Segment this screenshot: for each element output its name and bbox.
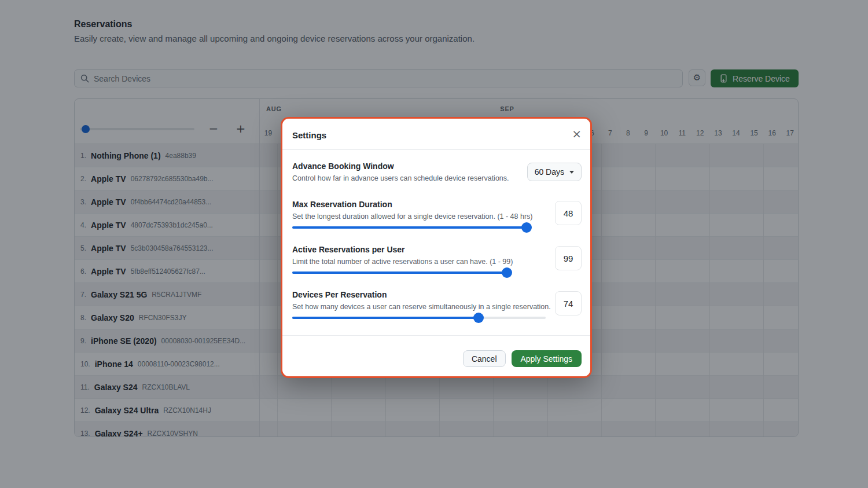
slider-thumb[interactable] [502,267,512,278]
settings-section: Active Reservations per User Limit the t… [292,245,582,277]
setting-description: Limit the total number of active reserva… [292,258,582,266]
slider-track[interactable] [292,271,507,274]
modal-body: Advance Booking Window Control how far i… [282,150,590,322]
setting-label: Max Reservation Duration [292,200,582,209]
setting-description: Set the longest duration allowed for a s… [292,212,582,221]
setting-value-input[interactable]: 99 [555,246,582,270]
dropdown-value: 60 Days [535,167,564,177]
settings-section: Devices Per Reservation Set how many dev… [292,290,582,322]
close-icon[interactable]: × [572,127,582,141]
slider-track[interactable] [292,226,527,229]
settings-modal: Settings × Advance Booking Window Contro… [281,117,592,378]
setting-description: Set how many devices a user can reserve … [292,303,582,311]
settings-section: Advance Booking Window Control how far i… [292,162,582,182]
setting-value-input[interactable]: 74 [555,291,582,315]
setting-slider[interactable] [292,313,582,322]
modal-title: Settings [292,130,580,140]
slider-thumb[interactable] [473,313,484,323]
slider-thumb[interactable] [521,222,532,233]
apply-settings-button[interactable]: Apply Settings [512,350,582,367]
advance-booking-dropdown[interactable]: 60 Days [527,163,582,181]
setting-value-input[interactable]: 48 [555,201,582,225]
slider-fill [292,226,527,229]
setting-slider[interactable] [292,268,582,277]
slider-track[interactable] [292,317,546,319]
modal-footer: Cancel Apply Settings [282,336,590,376]
setting-label: Active Reservations per User [292,245,582,254]
setting-label: Devices Per Reservation [292,290,582,299]
slider-fill [292,317,479,319]
chevron-down-icon [569,171,574,174]
reservations-page: Reservations Easily create, view and man… [0,0,868,488]
setting-slider[interactable] [292,223,582,232]
slider-fill [292,271,507,274]
settings-section: Max Reservation Duration Set the longest… [292,200,582,232]
modal-header: Settings × [282,119,590,150]
cancel-button[interactable]: Cancel [463,350,506,367]
